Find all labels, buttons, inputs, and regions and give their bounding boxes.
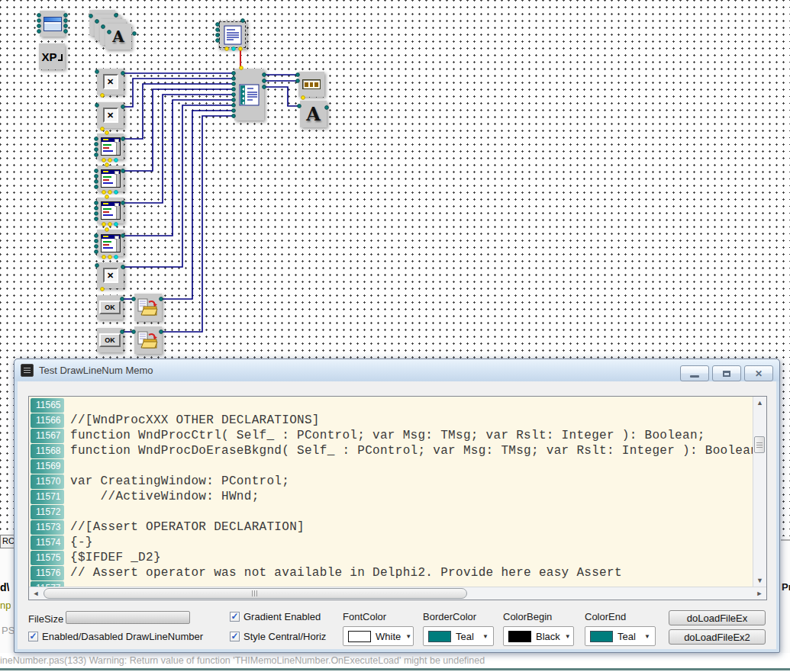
memo-lines[interactable]: 11565 11566//[WndProcXXX OTHER DECLARATI… <box>31 397 753 587</box>
ok-button-icon: OK <box>99 301 121 314</box>
component-font[interactable]: A <box>300 101 327 127</box>
line-code: {-} <box>64 535 753 550</box>
component-combobox-3[interactable] <box>97 198 124 223</box>
memo-horizontal-scrollbar[interactable]: ◄ ► <box>29 587 766 600</box>
close-icon: ✕ <box>755 369 763 378</box>
memo-test-window: Test DrawLineNum Memo ✕ 11565 11566//[Wn… <box>14 359 780 653</box>
background-fragment-ps: PS <box>2 625 15 636</box>
chevron-down-icon: ▼ <box>644 633 650 640</box>
scroll-down-arrow[interactable]: ▼ <box>753 575 766 586</box>
window-title: Test DrawLineNum Memo <box>39 365 153 376</box>
background-fragment-pr: Pr <box>782 581 790 593</box>
open-file-icon <box>137 298 159 317</box>
component-font-stack[interactable]: A <box>89 10 134 51</box>
component-combobox-4[interactable] <box>97 230 124 256</box>
component-memo-linenumber[interactable] <box>234 69 264 121</box>
memo-editor[interactable]: 11565 11566//[WndProcXXX OTHER DECLARATI… <box>28 396 767 600</box>
edit-box-icon <box>302 79 321 89</box>
check-icon: ✓ <box>231 612 238 621</box>
colorend-dropdown[interactable]: Teal ▼ <box>585 626 656 646</box>
line-number: 11574 <box>31 535 64 550</box>
horizontal-scroll-thumb[interactable] <box>44 588 467 599</box>
scroll-up-arrow[interactable]: ▲ <box>753 397 766 408</box>
colorbegin-label: ColorBegin <box>503 611 552 622</box>
component-button-ok-1[interactable]: OK <box>97 295 123 320</box>
line-code: function WndProcCtrl( Self_ : PControl; … <box>64 428 753 443</box>
line-code: {$IFDEF _D2} <box>64 550 753 565</box>
component-memo-source-selected[interactable] <box>218 21 247 49</box>
memo-line: 11568function WndProcDoEraseBkgnd( Self_… <box>31 443 753 458</box>
maximize-button[interactable] <box>712 365 741 381</box>
filesize-field[interactable] <box>66 611 190 624</box>
line-code: var CreatingWindow: PControl; <box>64 474 753 489</box>
vertical-scroll-thumb[interactable] <box>754 436 765 453</box>
ok-button-icon: OK <box>99 333 121 347</box>
memo-line: 11566//[WndProcXXX OTHER DECLARATIONS] <box>31 413 753 428</box>
line-code: //[Assert OPERATOR DECLARATION] <box>64 519 753 535</box>
bordercolor-label: BorderColor <box>423 611 476 622</box>
scroll-left-arrow[interactable]: ◄ <box>30 587 42 600</box>
thumb-grip <box>756 442 763 448</box>
colorend-label: ColorEnd <box>585 611 626 622</box>
line-code <box>64 397 753 413</box>
colorbegin-dropdown[interactable]: Black ▼ <box>503 626 574 646</box>
color-swatch-black <box>508 631 531 642</box>
minimize-button[interactable] <box>680 365 709 381</box>
scroll-right-arrow[interactable]: ► <box>753 587 766 600</box>
close-button[interactable]: ✕ <box>744 365 773 381</box>
thumb-grip <box>252 590 259 596</box>
line-number: 11566 <box>31 413 64 428</box>
line-code: // Assert operator was not available in … <box>64 565 753 580</box>
memo-content[interactable]: 11565 11566//[WndProcXXX OTHER DECLARATI… <box>29 397 766 587</box>
combobox-icon <box>101 169 121 188</box>
xp-manifest-icon: XP <box>41 50 62 63</box>
combobox-icon <box>101 201 121 220</box>
minimize-icon <box>690 375 699 378</box>
fontcolor-dropdown[interactable]: White ▼ <box>343 626 414 646</box>
dropdown-value: Black <box>536 631 560 642</box>
color-swatch-white <box>348 631 371 642</box>
component-combobox-2[interactable] <box>97 166 124 191</box>
memo-line: 11567function WndProcCtrl( Self_ : PCont… <box>31 428 753 443</box>
checkbox-x-icon: ✕ <box>103 74 118 89</box>
component-checkbox-3[interactable]: ✕ <box>97 262 124 288</box>
font-icon: A <box>105 24 131 50</box>
memo-line: 11574{-} <box>31 535 753 550</box>
color-swatch-teal <box>428 631 451 642</box>
dropdown-value: Teal <box>456 631 474 642</box>
memo-vertical-scrollbar[interactable]: ▲ ▼ <box>753 397 766 587</box>
memo-line: 11570var CreatingWindow: PControl; <box>31 474 753 489</box>
gradient-enabled-checkbox[interactable]: ✓ Gradient Enabled <box>230 611 321 622</box>
component-fileopen-2[interactable] <box>134 326 162 354</box>
component-combobox-1[interactable] <box>97 133 124 159</box>
component-checkbox-1[interactable]: ✕ <box>97 69 124 95</box>
component-fileopen-1[interactable] <box>134 294 162 321</box>
font-icon: A <box>306 103 321 125</box>
component-xp-manifest[interactable]: XP <box>39 43 65 69</box>
checkbox-x-icon: ✕ <box>103 268 118 283</box>
maximize-icon <box>723 371 730 377</box>
memo-linenumber-icon <box>239 84 260 106</box>
checkbox-label: Style Central/Horiz <box>243 631 326 642</box>
line-number: 11572 <box>31 505 64 519</box>
component-form-window[interactable] <box>40 11 65 37</box>
memo-line: 11569 <box>31 458 753 474</box>
line-number: 11569 <box>31 459 64 474</box>
memo-line: 11577 <box>31 580 753 587</box>
doloadfileex-button[interactable]: doLoadFileEx <box>669 610 766 625</box>
drawlinenumber-checkbox[interactable]: ✓ Enabled/Dasabled DrawLineNumber <box>28 631 203 642</box>
doloadfileex2-button[interactable]: doLoadFileEx2 <box>669 629 766 645</box>
component-checkbox-2[interactable]: ✕ <box>97 102 124 128</box>
line-number: 11577 <box>31 581 64 587</box>
component-edit-box[interactable] <box>298 72 324 97</box>
form-window-icon <box>44 17 62 31</box>
line-number: 11575 <box>31 551 64 565</box>
combobox-icon <box>101 234 121 252</box>
style-central-checkbox[interactable]: ✓ Style Central/Horiz <box>230 631 326 642</box>
checkbox-box: ✓ <box>230 632 240 641</box>
bordercolor-dropdown[interactable]: Teal ▼ <box>423 626 494 646</box>
background-right-strip <box>781 536 790 672</box>
component-button-ok-2[interactable]: OK <box>97 328 123 352</box>
window-titlebar[interactable]: Test DrawLineNum Memo ✕ <box>15 359 779 381</box>
checkbox-box: ✓ <box>230 612 240 622</box>
